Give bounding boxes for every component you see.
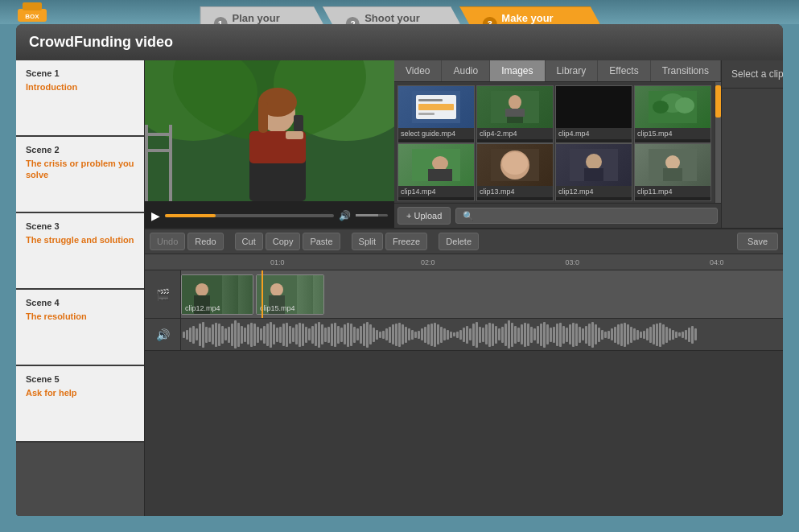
waveform-bar — [598, 328, 600, 342]
waveform-bar — [440, 327, 443, 343]
media-scrollbar[interactable] — [715, 82, 721, 203]
waveform-bar — [279, 327, 282, 343]
clip-1[interactable]: clip12.mp4 — [181, 274, 253, 315]
properties-panel-top: Select a clip to edit properties — [721, 60, 783, 228]
toolbar: Undo Redo Cut Copy Paste Split Freeze De… — [145, 229, 783, 254]
video-track-label: 🎬 — [145, 270, 181, 318]
volume-bar[interactable] — [356, 214, 388, 217]
waveform-bar — [408, 328, 410, 340]
media-item-6[interactable]: clip12.mp4 — [555, 143, 632, 201]
waveform-bar — [611, 328, 613, 340]
tab-video[interactable]: Video — [394, 60, 442, 81]
waveform-bar — [569, 324, 571, 344]
playhead[interactable] — [262, 270, 263, 318]
media-search-input[interactable] — [455, 208, 718, 224]
waveform-bar — [682, 332, 684, 338]
waveform-bar — [231, 324, 233, 346]
sidebar-item-scene5[interactable]: Scene 5 Ask for help — [16, 366, 144, 443]
sidebar-item-scene4[interactable]: Scene 4 The resolution — [16, 290, 144, 366]
media-item-7[interactable]: clip11.mp4 — [634, 143, 711, 201]
media-item-5[interactable]: clip13.mp4 — [476, 143, 554, 201]
tab-effects[interactable]: Effects — [598, 60, 650, 81]
media-item-4[interactable]: clip14.mp4 — [397, 143, 475, 201]
sidebar: Scene 1 Introduction Scene 2 The crisis … — [16, 60, 145, 516]
ruler-mark-3: 03:0 — [565, 258, 579, 266]
waveform-bar — [411, 330, 414, 340]
delete-button[interactable]: Delete — [439, 233, 479, 250]
video-progress-bar[interactable] — [165, 214, 334, 217]
waveform-bar — [447, 330, 449, 340]
waveform-bar — [530, 327, 533, 343]
video-track-content[interactable]: clip12.mp4 clip15.mp4 — [181, 270, 783, 318]
waveform-bar — [376, 330, 378, 340]
media-label-4: clip14.mp4 — [398, 186, 474, 197]
upload-button[interactable]: + Upload — [397, 207, 451, 225]
undo-button[interactable]: Undo — [150, 233, 185, 250]
timeline-ruler: 01:0 02:0 03:0 04:0 — [145, 254, 783, 270]
paste-button[interactable]: Paste — [303, 233, 340, 250]
waveform-bar — [260, 328, 262, 340]
media-item-0[interactable]: select guide.mp4 — [397, 85, 475, 143]
waveform-bar — [617, 324, 620, 344]
svg-rect-9 — [145, 133, 172, 136]
waveform-bar — [311, 326, 314, 344]
clip-2[interactable]: clip15.mp4 — [256, 274, 324, 315]
svg-rect-21 — [418, 104, 454, 110]
waveform-bar — [270, 322, 272, 348]
waveform-bar — [643, 331, 645, 339]
video-preview: ▶ 🔊 — [145, 60, 394, 228]
svg-text:BOX: BOX — [25, 13, 39, 20]
sidebar-item-scene2[interactable]: Scene 2 The crisis or problem you solve — [16, 137, 144, 213]
audio-waveform — [181, 319, 783, 350]
cut-button[interactable]: Cut — [235, 233, 263, 250]
waveform-bar — [196, 328, 198, 340]
scene2-title: Scene 2 — [26, 145, 134, 155]
media-label-3: clip15.mp4 — [635, 128, 710, 139]
sidebar-item-scene3[interactable]: Scene 3 The struggle and solution — [16, 213, 144, 290]
save-button[interactable]: Save — [737, 233, 778, 250]
waveform-bar — [556, 324, 558, 346]
media-item-1[interactable]: clip4-2.mp4 — [476, 85, 554, 143]
waveform-bar — [614, 327, 616, 343]
ruler-mark-4: 04:0 — [710, 258, 724, 266]
media-thumb-0 — [398, 86, 474, 128]
sidebar-item-scene1[interactable]: Scene 1 Introduction — [16, 60, 144, 137]
waveform-bar — [347, 323, 349, 347]
waveform-bar — [302, 324, 304, 346]
waveform-bar — [350, 324, 352, 346]
waveform-bar — [266, 324, 269, 346]
svg-rect-16 — [294, 115, 303, 131]
waveform-bar — [527, 324, 529, 346]
media-item-2[interactable]: clip4.mp4 — [555, 85, 632, 143]
freeze-button[interactable]: Freeze — [385, 233, 427, 250]
media-label-6: clip12.mp4 — [556, 186, 632, 197]
waveform-bar — [678, 332, 681, 336]
split-button[interactable]: Split — [352, 233, 383, 250]
media-grid: select guide.mp4 clip4-2.mp4 clip4.mp4 — [394, 82, 715, 203]
media-item-3[interactable]: clip15.mp4 — [634, 85, 711, 143]
play-button[interactable]: ▶ — [151, 209, 160, 222]
svg-point-47 — [270, 283, 283, 296]
app-title: CrowdFunding video — [29, 34, 173, 51]
redo-button[interactable]: Redo — [187, 233, 223, 250]
waveform-bar — [691, 326, 694, 344]
tab-audio[interactable]: Audio — [442, 60, 490, 81]
waveform-bar — [588, 324, 591, 346]
audio-track-content[interactable] — [181, 319, 783, 350]
properties-header: Select a clip to edit properties — [722, 60, 783, 89]
copy-button[interactable]: Copy — [266, 233, 301, 250]
waveform-bar — [579, 327, 581, 343]
waveform-bar — [263, 326, 266, 344]
tab-images[interactable]: Images — [490, 60, 545, 81]
tab-library[interactable]: Library — [546, 60, 599, 81]
svg-point-30 — [675, 97, 694, 113]
tab-transitions[interactable]: Transitions — [651, 60, 721, 81]
waveform-bar — [688, 328, 690, 342]
waveform-bar — [318, 322, 320, 348]
waveform-bar — [646, 328, 649, 340]
waveform-bar — [224, 328, 227, 340]
waveform-bar — [276, 328, 278, 342]
scene1-subtitle: Introduction — [26, 81, 134, 93]
waveform-bar — [604, 332, 607, 338]
waveform-bar — [363, 324, 365, 346]
